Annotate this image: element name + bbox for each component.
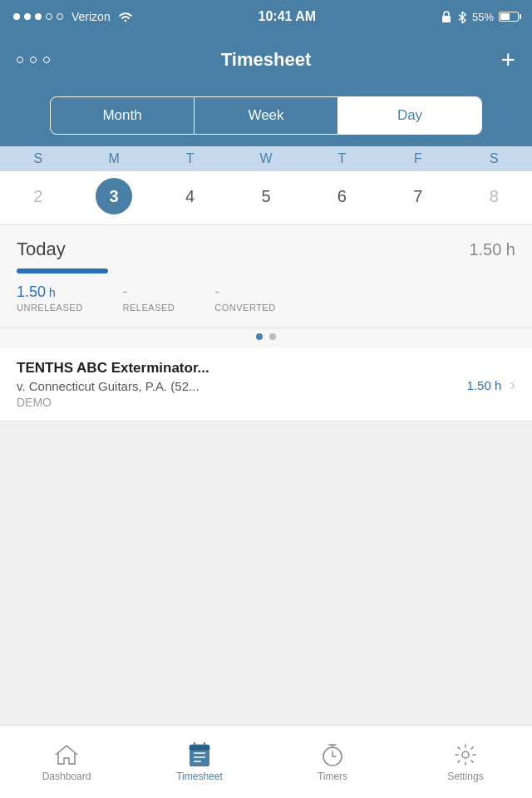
signal-dots — [13, 13, 63, 20]
list-item-right: 1.50 h › — [467, 375, 515, 394]
cal-label-m: M — [76, 151, 151, 166]
stat-released: - RELEASED — [123, 283, 175, 313]
summary-title: Today — [17, 239, 66, 260]
cal-day-7[interactable]: 7 — [380, 178, 456, 214]
page-dot-1 — [256, 333, 263, 340]
home-icon — [52, 742, 81, 767]
dot-2 — [24, 13, 31, 20]
lock-icon — [441, 10, 452, 23]
cal-day-selected[interactable]: 3 — [96, 178, 132, 214]
summary-header: Today 1.50 h — [17, 239, 515, 260]
wifi-icon — [117, 10, 134, 23]
time-label: 10:41 AM — [259, 9, 317, 24]
summary-total-hours: 1.50 h — [469, 240, 515, 259]
list-item-tag: DEMO — [17, 396, 467, 409]
summary-section: Today 1.50 h 1.50 h UNRELEASED - RELEASE… — [0, 225, 532, 328]
battery-percent: 55% — [472, 11, 494, 23]
timesheet-icon — [185, 742, 214, 767]
nav-bar: Timesheet + — [0, 33, 532, 86]
nav-dot-3 — [43, 57, 50, 63]
settings-icon — [451, 742, 480, 767]
list-item-hours: 1.50 h — [467, 375, 502, 394]
status-bar: Verizon 10:41 AM 55% — [0, 0, 532, 33]
nav-dots — [17, 57, 50, 63]
svg-rect-0 — [442, 16, 451, 22]
bluetooth-icon — [457, 10, 467, 23]
summary-bar — [17, 268, 108, 273]
tab-bar: Dashboard Timesheet Timers — [0, 725, 532, 798]
cal-day-2[interactable]: 2 — [0, 178, 76, 214]
battery-icon — [499, 12, 519, 22]
segment-group: Month Week Day — [50, 96, 482, 135]
nav-title: Timesheet — [221, 49, 311, 71]
dot-1 — [13, 13, 20, 20]
cal-day-5[interactable]: 5 — [228, 178, 303, 214]
status-right: 55% — [441, 10, 519, 23]
tab-timesheet[interactable]: Timesheet — [133, 726, 266, 798]
stat-released-label: RELEASED — [123, 303, 175, 313]
summary-bar-container — [17, 268, 515, 273]
list-item-0[interactable]: TENTHS ABC Exterminator... v. Connecticu… — [0, 348, 532, 421]
stat-unreleased-label: UNRELEASED — [17, 303, 83, 313]
stat-released-value: - — [123, 283, 175, 301]
page-dots — [0, 328, 532, 348]
stat-unreleased: 1.50 h UNRELEASED — [17, 283, 83, 313]
list-item-left: TENTHS ABC Exterminator... v. Connecticu… — [17, 360, 467, 409]
add-button[interactable]: + — [500, 47, 515, 72]
cal-label-w: W — [228, 151, 303, 166]
segment-month[interactable]: Month — [51, 97, 195, 134]
cal-label-s2: S — [456, 151, 532, 166]
tab-timesheet-label: Timesheet — [176, 771, 223, 782]
list-item-subtitle: v. Connecticut Guitars, P.A. (52... — [17, 379, 467, 393]
tab-timers[interactable]: Timers — [266, 726, 399, 798]
cal-day-8[interactable]: 8 — [456, 178, 532, 214]
battery-container — [499, 12, 519, 22]
dot-3 — [35, 13, 42, 20]
cal-day-4[interactable]: 4 — [152, 178, 228, 214]
dot-5 — [57, 13, 63, 20]
timers-icon — [318, 742, 347, 767]
dot-4 — [46, 13, 52, 20]
nav-dot-1 — [17, 57, 23, 63]
status-left: Verizon — [13, 10, 134, 23]
cal-day-6[interactable]: 6 — [304, 178, 380, 214]
stat-unreleased-value: 1.50 h — [17, 283, 83, 301]
segment-control: Month Week Day — [0, 86, 532, 146]
calendar-row: 2 3 4 5 6 7 8 — [0, 171, 532, 225]
svg-rect-5 — [190, 745, 209, 751]
stat-converted-value: - — [214, 283, 275, 301]
battery-fill — [500, 13, 510, 20]
tab-dashboard-label: Dashboard — [42, 771, 91, 782]
cal-day-3[interactable]: 3 — [76, 178, 151, 214]
segment-day[interactable]: Day — [338, 97, 481, 134]
cal-label-s1: S — [0, 151, 76, 166]
stat-converted-label: CONVERTED — [214, 303, 275, 313]
page-dot-2 — [269, 333, 276, 340]
segment-week[interactable]: Week — [195, 97, 338, 134]
chevron-right-icon: › — [510, 375, 515, 394]
svg-point-7 — [462, 751, 469, 758]
cal-label-f: F — [380, 151, 456, 166]
cal-label-t2: T — [304, 151, 380, 166]
tab-timers-label: Timers — [318, 771, 347, 782]
list-item-title: TENTHS ABC Exterminator... — [17, 360, 467, 377]
tab-settings-label: Settings — [447, 771, 483, 782]
calendar-header: S M T W T F S — [0, 146, 532, 171]
tab-dashboard[interactable]: Dashboard — [0, 726, 133, 798]
list-section: TENTHS ABC Exterminator... v. Connecticu… — [0, 348, 532, 421]
summary-stats: 1.50 h UNRELEASED - RELEASED - CONVERTED — [17, 283, 515, 323]
stat-converted: - CONVERTED — [214, 283, 275, 313]
nav-dot-2 — [30, 57, 37, 63]
tab-settings[interactable]: Settings — [399, 726, 532, 798]
carrier-label: Verizon — [71, 10, 111, 23]
cal-label-t1: T — [152, 151, 228, 166]
